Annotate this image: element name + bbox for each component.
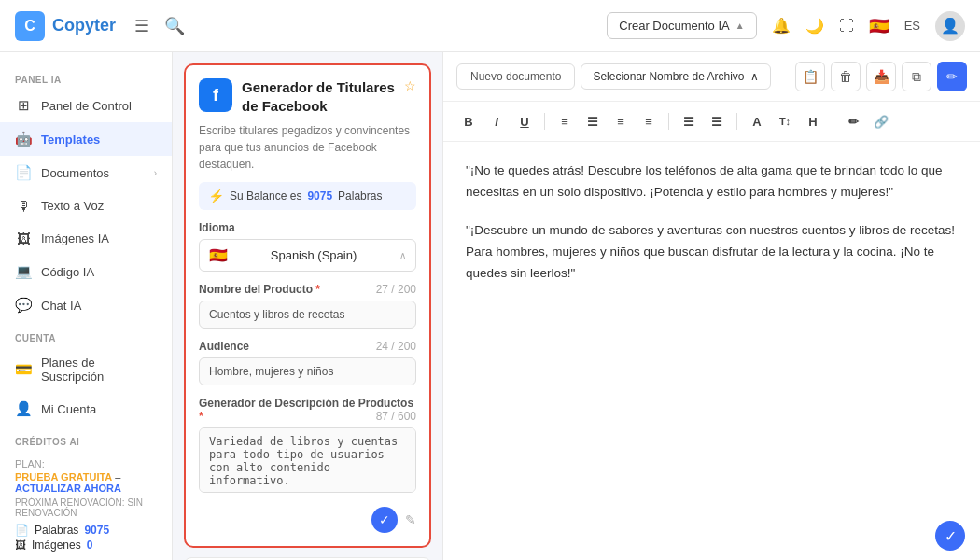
search-icon[interactable]: 🔍	[164, 16, 185, 36]
palabras-value: 9075	[84, 524, 109, 537]
select-name-button[interactable]: Selecionar Nombre de Archivo ∧	[581, 63, 770, 90]
palabras-label: Palabras	[35, 524, 78, 537]
sidebar-item-planes[interactable]: 💳 Planes de Suscripción	[0, 347, 172, 392]
brush-button[interactable]: ✏	[841, 109, 865, 133]
sidebar-item-label: Imágenes IA	[41, 231, 109, 245]
editor-paragraph-1: "¡No te quedes atrás! Descubre los teléf…	[466, 161, 958, 203]
card-title: Generador de Titulares de Facebook	[242, 78, 395, 115]
idioma-section: Idioma 🇪🇸 Spanish (Spain) ∧	[199, 221, 416, 272]
align-left-button[interactable]: ≡	[553, 109, 577, 133]
sidebar-item-mi-cuenta[interactable]: 👤 Mi Cuenta	[0, 392, 172, 426]
palabras-credit-row: 📄 Palabras 9075	[15, 524, 157, 537]
plan-free-link[interactable]: PRUEBA GRATUITA	[15, 471, 112, 483]
topbar-right: Crear Documento IA ▲ 🔔 🌙 ⛶ 🇪🇸 ES 👤	[607, 11, 965, 41]
sidebar-item-templates[interactable]: 🤖 Templates	[0, 122, 172, 156]
desc-count: 87 / 600	[376, 410, 416, 423]
font-size-button[interactable]: T↕	[773, 109, 797, 133]
separator4	[833, 113, 833, 130]
codigo-icon: 💻	[15, 263, 32, 280]
audience-label: Audience 24 / 200	[199, 340, 416, 353]
card-footer: ✓ ✎	[199, 507, 416, 533]
balance-label: Su Balance es	[230, 189, 301, 203]
align-justify-button[interactable]: ≡	[637, 109, 661, 133]
nombre-label: Nombre del Producto * 27 / 200	[199, 283, 416, 296]
topbar: C Copyter ☰ 🔍 Crear Documento IA ▲ 🔔 🌙 ⛶…	[0, 0, 980, 52]
star-icon[interactable]: ☆	[404, 78, 416, 93]
bold-button[interactable]: B	[456, 109, 481, 133]
expand-icon[interactable]: ⛶	[839, 18, 854, 35]
imagenes-credit-row: 🖼 Imágenes 0	[15, 539, 157, 552]
next-renewal: PRÓXIMA RENOVACIÓN: SIN RENOVACIÓN	[15, 497, 157, 518]
moon-icon[interactable]: 🌙	[805, 17, 824, 35]
sidebar-item-label: Chat IA	[41, 299, 81, 313]
texto-voz-icon: 🎙	[15, 198, 32, 214]
delete-icon-button[interactable]: 🗑	[831, 62, 861, 91]
sidebar-item-codigo-ia[interactable]: 💻 Código IA	[0, 255, 172, 288]
lang-label: ES	[904, 19, 920, 33]
font-color-button[interactable]: A	[745, 109, 769, 133]
flag-icon: 🇪🇸	[869, 16, 889, 36]
underline-button[interactable]: U	[512, 109, 537, 133]
separator	[544, 113, 545, 130]
crear-documento-button[interactable]: Crear Documento IA ▲	[607, 12, 756, 39]
card-header: f Generador de Titulares de Facebook ☆	[199, 78, 416, 115]
sidebar-item-panel-control[interactable]: ⊞ Panel de Control	[0, 89, 172, 122]
nombre-count: 27 / 200	[376, 283, 416, 296]
edit-mode-button[interactable]: ✏	[937, 62, 967, 91]
main-content: PANEL IA ⊞ Panel de Control 🤖 Templates …	[0, 52, 980, 560]
align-right-button[interactable]: ≡	[609, 109, 633, 133]
sidebar-item-chat-ia[interactable]: 💬 Chat IA	[0, 288, 172, 322]
planes-icon: 💳	[15, 361, 32, 378]
sidebar-item-label: Planes de Suscripción	[41, 356, 157, 384]
sidebar-item-texto-voz[interactable]: 🎙 Texto a Voz	[0, 189, 172, 222]
download-icon-button[interactable]: 📥	[866, 62, 896, 91]
desc-textarea[interactable]: Variedad de libros y cuentas para todo t…	[199, 427, 416, 493]
plan-update-link[interactable]: ACTUALIZAR AHORA	[15, 483, 121, 494]
form-card: f Generador de Titulares de Facebook ☆ E…	[184, 63, 431, 548]
sidebar-item-imagenes-ia[interactable]: 🖼 Imágenes IA	[0, 222, 172, 255]
sidebar-item-label: Mi Cuenta	[41, 402, 96, 416]
italic-button[interactable]: I	[484, 109, 509, 133]
desc-section: Generador de Descripción de Productos * …	[199, 397, 416, 496]
nombre-input[interactable]	[199, 301, 416, 329]
logo-icon: C	[15, 11, 45, 41]
link-button[interactable]: 🔗	[869, 109, 893, 133]
chevron-right-icon: ›	[154, 168, 157, 178]
submit-button[interactable]: ✓	[371, 507, 398, 533]
copy-icon-button[interactable]: 📋	[795, 62, 825, 91]
editor-paragraph-2: "¡Descubre un mundo de sabores y aventur…	[466, 220, 958, 285]
audience-input[interactable]	[199, 357, 416, 385]
nombre-section: Nombre del Producto * 27 / 200	[199, 283, 416, 329]
left-panel: f Generador de Titulares de Facebook ☆ E…	[173, 52, 443, 560]
duplicate-icon-button[interactable]: ⧉	[902, 62, 931, 91]
palabras-icon: 📄	[15, 524, 29, 537]
right-panel: Nuevo documento Selecionar Nombre de Arc…	[443, 52, 980, 560]
editor-area[interactable]: "¡No te quedes atrás! Descubre los teléf…	[443, 142, 980, 511]
new-document-tab[interactable]: Nuevo documento	[456, 63, 575, 90]
avatar[interactable]: 👤	[935, 11, 965, 41]
cuenta-label: CUENTA	[0, 322, 172, 347]
imagenes-value: 0	[87, 539, 93, 552]
confirm-button[interactable]: ✓	[935, 521, 965, 551]
sidebar-item-documentos[interactable]: 📄 Documentos ›	[0, 156, 172, 189]
separator3	[736, 113, 737, 130]
align-center-button[interactable]: ☰	[581, 109, 605, 133]
audience-section: Audience 24 / 200	[199, 340, 416, 385]
sidebar-item-label: Documentos	[41, 166, 109, 180]
app-container: C Copyter ☰ 🔍 Crear Documento IA ▲ 🔔 🌙 ⛶…	[0, 0, 980, 560]
menu-icon[interactable]: ☰	[134, 16, 149, 36]
idioma-select[interactable]: 🇪🇸 Spanish (Spain) ∧	[199, 239, 416, 272]
balance-bar: ⚡ Su Balance es 9075 Palabras	[199, 182, 416, 210]
list-button[interactable]: ☰	[677, 109, 701, 133]
separator2	[668, 113, 669, 130]
edit-icon[interactable]: ✎	[405, 512, 416, 527]
desc-label: Generador de Descripción de Productos * …	[199, 397, 416, 423]
heading-button[interactable]: H	[801, 109, 825, 133]
format-toolbar: B I U ≡ ☰ ≡ ≡ ☰ ☰ A T↕ H ✏	[443, 102, 980, 142]
bell-icon[interactable]: 🔔	[772, 17, 791, 35]
card-description: Escribe titulares pegadizos y convincent…	[199, 122, 416, 173]
chevron-up-icon: ∧	[750, 70, 759, 83]
ordered-list-button[interactable]: ☰	[705, 109, 729, 133]
logo-area: C Copyter	[15, 11, 116, 41]
sidebar-credits: PLAN: PRUEBA GRATUITA – ACTUALIZAR AHORA…	[0, 451, 172, 560]
